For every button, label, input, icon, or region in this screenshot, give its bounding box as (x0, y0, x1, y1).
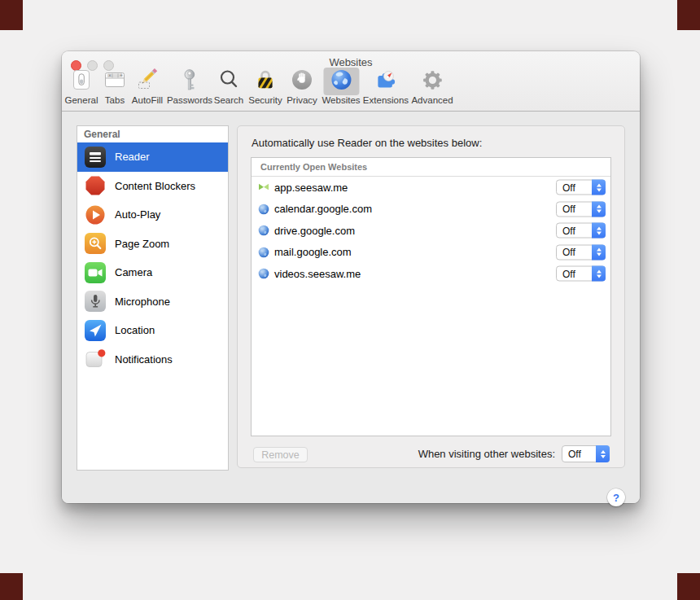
extensions-icon (374, 68, 397, 94)
site-label: calendar.google.com (274, 203, 372, 215)
reader-icon (85, 147, 106, 168)
preferences-content: General Reader Content Blockers (62, 112, 640, 503)
sidebar-item-content-blockers[interactable]: Content Blockers (77, 172, 228, 201)
table-row[interactable]: drive.google.com Off (252, 220, 610, 242)
security-icon (254, 68, 277, 94)
svg-text:+: + (120, 72, 123, 78)
camera-icon (85, 262, 106, 283)
sidebar-item-location[interactable]: Location (77, 316, 228, 345)
corner-artifact-bottom-left (0, 573, 23, 600)
websites-table: Currently Open Websites app.seesaw.me Of… (251, 157, 611, 436)
page-zoom-icon (85, 233, 106, 254)
reader-setting-dropdown[interactable]: Off (556, 223, 606, 239)
stepper-arrows-icon (592, 223, 606, 239)
dropdown-value: Off (557, 204, 575, 215)
toolbar-item-tabs[interactable]: ×+ Tabs (97, 68, 133, 105)
passwords-icon (178, 68, 201, 94)
corner-artifact-top-right (677, 0, 700, 30)
site-label: drive.google.com (274, 225, 355, 237)
microphone-icon (85, 291, 106, 312)
sidebar-item-reader[interactable]: Reader (77, 142, 228, 172)
titlebar: Websites General ×+ Tabs AutoFi (62, 51, 640, 112)
site-label: mail.google.com (274, 246, 352, 258)
table-row[interactable]: mail.google.com Off (252, 242, 610, 264)
reader-settings-panel: Automatically use Reader on the websites… (237, 125, 625, 468)
window-title: Websites (62, 56, 640, 68)
panel-heading: Automatically use Reader on the websites… (252, 137, 482, 149)
stepper-arrows-icon (592, 201, 606, 217)
corner-artifact-bottom-right (677, 573, 700, 600)
reader-setting-dropdown[interactable]: Off (556, 180, 606, 195)
site-label: videos.seesaw.me (274, 268, 361, 280)
sidebar-item-microphone[interactable]: Microphone (77, 287, 228, 317)
sidebar-item-auto-play[interactable]: Auto-Play (77, 200, 228, 230)
tabs-icon: ×+ (103, 68, 126, 94)
toolbar-item-general[interactable]: General (63, 68, 99, 105)
location-icon (85, 320, 106, 341)
dropdown-value: Off (557, 182, 575, 193)
privacy-icon (291, 68, 313, 94)
toolbar-item-advanced[interactable]: Advanced (411, 68, 453, 105)
globe-favicon (258, 268, 269, 279)
globe-favicon (258, 204, 269, 215)
websites-icon (330, 68, 352, 94)
sidebar-item-notifications[interactable]: Notifications (77, 345, 228, 374)
globe-favicon (258, 247, 269, 258)
sidebar-section-header: General (77, 126, 228, 142)
table-row[interactable]: videos.seesaw.me Off (252, 263, 610, 285)
other-websites-label: When visiting other websites: (418, 448, 555, 460)
content-blockers-icon (85, 175, 106, 196)
corner-artifact-top-left (0, 0, 23, 30)
dropdown-value: Off (557, 225, 575, 236)
sidebar-item-page-zoom[interactable]: Page Zoom (77, 230, 228, 259)
autofill-icon (136, 68, 159, 94)
toolbar-item-autofill[interactable]: AutoFill (129, 68, 165, 105)
reader-setting-dropdown[interactable]: Off (556, 201, 606, 217)
seesaw-favicon (258, 182, 269, 193)
toolbar-item-extensions[interactable]: Extensions (363, 68, 409, 105)
reader-setting-dropdown[interactable]: Off (556, 244, 606, 260)
other-websites-dropdown[interactable]: Off (562, 445, 610, 462)
reader-setting-dropdown[interactable]: Off (556, 266, 606, 282)
toolbar-item-passwords[interactable]: Passwords (167, 68, 212, 105)
auto-play-icon (85, 204, 106, 226)
dropdown-value: Off (557, 247, 575, 258)
toolbar-item-search[interactable]: Search (211, 68, 247, 105)
table-group-header: Currently Open Websites (252, 158, 610, 177)
toolbar-item-websites[interactable]: Websites (322, 68, 360, 105)
safari-preferences-window: Websites General ×+ Tabs AutoFi (62, 51, 640, 503)
svg-text:×: × (108, 72, 112, 78)
table-row[interactable]: app.seesaw.me Off (252, 177, 610, 199)
notifications-icon (85, 348, 106, 370)
globe-favicon (258, 225, 269, 236)
dropdown-value: Off (562, 449, 581, 460)
stepper-arrows-icon (596, 445, 610, 462)
general-icon (70, 68, 93, 94)
dropdown-value: Off (557, 268, 575, 279)
stepper-arrows-icon (592, 244, 606, 260)
search-icon (217, 68, 240, 94)
remove-button[interactable]: Remove (253, 447, 308, 462)
toolbar-item-security[interactable]: Security (247, 68, 283, 105)
table-row[interactable]: calendar.google.com Off (252, 199, 610, 221)
screenshot-stage: Websites General ×+ Tabs AutoFi (0, 0, 700, 600)
other-websites-group: When visiting other websites: Off (418, 445, 610, 462)
stepper-arrows-icon (592, 266, 606, 282)
site-label: app.seesaw.me (274, 182, 348, 194)
sidebar-item-camera[interactable]: Camera (77, 258, 228, 287)
help-button[interactable]: ? (607, 488, 625, 506)
toolbar-item-privacy[interactable]: Privacy (284, 68, 320, 105)
stepper-arrows-icon (592, 180, 606, 195)
sidebar: General Reader Content Blockers (77, 125, 229, 471)
advanced-icon (421, 68, 444, 94)
